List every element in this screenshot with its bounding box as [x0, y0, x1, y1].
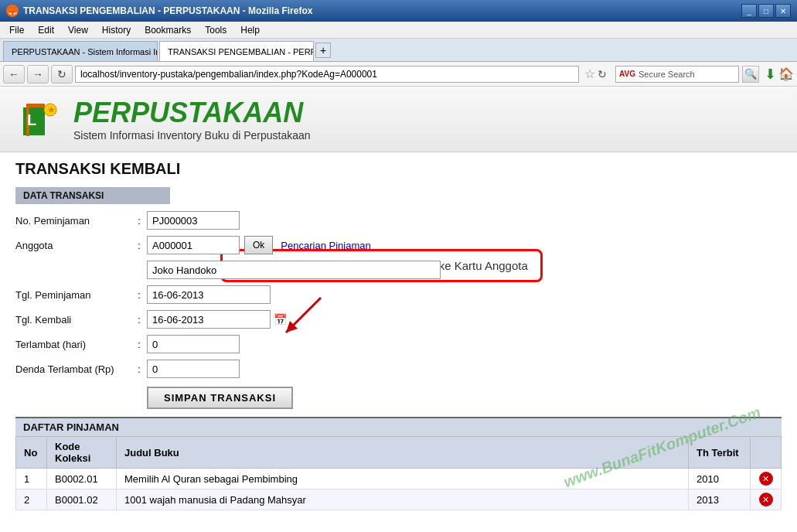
firefox-icon: 🦊: [6, 5, 19, 17]
label-no-peminjaman: No. Peminjaman: [15, 215, 131, 227]
menu-bookmarks[interactable]: Bookmarks: [138, 23, 197, 37]
label-denda: Denda Terlambat (Rp): [15, 363, 131, 375]
svg-text:★: ★: [47, 104, 56, 115]
form-row-denda: Denda Terlambat (Rp) :: [15, 359, 782, 379]
pencarian-pinjaman-link[interactable]: Pencarian Pinjaman: [281, 240, 370, 251]
delete-button[interactable]: ✕: [759, 493, 773, 506]
close-button[interactable]: ✕: [775, 4, 791, 18]
avg-logo: AVG: [619, 70, 635, 78]
input-no-peminjaman[interactable]: [147, 211, 240, 230]
col-header-no: No: [16, 437, 47, 469]
tab-bar: PERPUSTAKAAN - Sistem Informasi Inv... ✕…: [0, 39, 797, 62]
input-anggota[interactable]: [147, 236, 240, 254]
page-header: L ★ PERPUSTAKAAN Sistem Informasi Invent…: [0, 87, 797, 152]
section-header: DATA TRANSAKSI: [15, 187, 170, 204]
window-title: TRANSAKSI PENGEMBALIAN - PERPUSTAKAAN - …: [23, 5, 312, 16]
cell-kode: B0002.01: [47, 469, 117, 489]
label-tgl-kembali: Tgl. Kembali: [15, 314, 131, 326]
window-controls[interactable]: _ □ ✕: [741, 4, 791, 18]
cell-th: 2010: [689, 469, 751, 489]
refresh-icon[interactable]: ↻: [598, 68, 607, 80]
label-tgl-peminjaman: Tgl. Peminjaman: [15, 289, 131, 301]
menu-tools[interactable]: Tools: [199, 23, 233, 37]
col-header-judul: Judul Buku: [117, 437, 689, 469]
browser-content: L ★ PERPUSTAKAAN Sistem Informasi Invent…: [0, 87, 797, 532]
back-button[interactable]: ←: [3, 65, 25, 84]
menu-bar: File Edit View History Bookmarks Tools H…: [0, 22, 797, 39]
svg-marker-2: [26, 104, 45, 107]
delete-button[interactable]: ✕: [759, 472, 773, 486]
svg-text:L: L: [27, 111, 36, 128]
menu-history[interactable]: History: [96, 23, 137, 37]
avg-search-box[interactable]: AVG Secure Search: [615, 66, 739, 83]
tab-1-label: PERPUSTAKAAN - Sistem Informasi Inv...: [12, 47, 158, 56]
col-header-action: [751, 437, 782, 469]
library-logo: L ★: [15, 96, 62, 142]
address-bar[interactable]: [75, 66, 579, 83]
form-row-name: [15, 260, 782, 280]
save-button[interactable]: SIMPAN TRANSAKSI: [147, 387, 293, 409]
label-anggota: Anggota: [15, 240, 131, 251]
cell-no: 2: [16, 489, 47, 510]
form-row-no-peminjaman: No. Peminjaman :: [15, 210, 782, 230]
search-go-button[interactable]: 🔍: [742, 66, 759, 83]
menu-view[interactable]: View: [62, 23, 94, 37]
title-bar: 🦊 TRANSAKSI PENGEMBALIAN - PERPUSTAKAAN …: [0, 0, 797, 22]
ok-button[interactable]: Ok: [244, 236, 273, 254]
menu-edit[interactable]: Edit: [32, 23, 60, 37]
refresh-button[interactable]: ↻: [51, 65, 73, 84]
input-terlambat[interactable]: [147, 335, 240, 353]
maximize-button[interactable]: □: [758, 4, 774, 18]
input-name[interactable]: [147, 261, 441, 279]
search-label: Secure Search: [639, 70, 695, 79]
download-icon[interactable]: ⬇: [765, 66, 776, 83]
tab-1[interactable]: PERPUSTAKAAN - Sistem Informasi Inv... ✕: [3, 41, 158, 61]
menu-help[interactable]: Help: [234, 23, 266, 37]
bookmark-star-icon[interactable]: ☆: [584, 66, 595, 81]
page-heading: TRANSAKSI KEMBALI: [15, 160, 782, 178]
page-body: TRANSAKSI KEMBALI DATA TRANSAKSI No. Pem…: [0, 152, 797, 518]
loans-table: No Kode Koleksi Judul Buku Th Terbit 1 B…: [15, 436, 782, 510]
forward-button[interactable]: →: [27, 65, 49, 84]
home-icon[interactable]: 🏠: [778, 66, 794, 81]
save-btn-row: SIMPAN TRANSAKSI: [147, 387, 782, 409]
form-row-tgl-peminjaman: Tgl. Peminjaman :: [15, 285, 782, 305]
new-tab-button[interactable]: +: [315, 43, 331, 58]
table-section: DAFTAR PINJAMAN No Kode Koleksi Judul Bu…: [15, 417, 782, 510]
col-header-th: Th Terbit: [689, 437, 751, 469]
menu-file[interactable]: File: [3, 23, 30, 37]
cell-no: 1: [16, 469, 47, 489]
cell-kode: B0001.02: [47, 489, 117, 510]
table-row: 1 B0002.01 Memilih Al Quran sebagai Pemb…: [16, 469, 782, 489]
table-row: 2 B0001.02 1001 wajah manusia di Padang …: [16, 489, 782, 510]
cell-judul: 1001 wajah manusia di Padang Mahsyar: [117, 489, 689, 510]
page-wrapper: L ★ PERPUSTAKAAN Sistem Informasi Invent…: [0, 87, 797, 518]
minimize-button[interactable]: _: [741, 4, 757, 18]
label-terlambat: Terlambat (hari): [15, 339, 131, 350]
table-section-header: DAFTAR PINJAMAN: [15, 417, 782, 436]
tab-2-label: TRANSAKSI PENGEMBALIAN - PERPUSTA...: [168, 47, 314, 56]
cell-action: ✕: [751, 469, 782, 489]
cell-judul: Memilih Al Quran sebagai Pembimbing: [117, 469, 689, 489]
input-tgl-peminjaman[interactable]: [147, 285, 271, 304]
cell-action: ✕: [751, 489, 782, 510]
form-section: DATA TRANSAKSI No. Peminjaman : Anggota …: [15, 187, 782, 409]
form-row-anggota: Anggota : Ok Pencarian Pinjaman: [15, 235, 782, 255]
form-row-tgl-kembali: Tgl. Kembali : 📅: [15, 309, 782, 329]
calendar-icon[interactable]: 📅: [274, 313, 287, 326]
input-denda[interactable]: [147, 360, 240, 378]
input-tgl-kembali[interactable]: [147, 310, 271, 329]
tab-2[interactable]: TRANSAKSI PENGEMBALIAN - PERPUSTA... ✕: [159, 41, 314, 61]
site-title: PERPUSTAKAAN: [73, 97, 311, 129]
form-row-terlambat: Terlambat (hari) :: [15, 334, 782, 354]
col-header-kode: Kode Koleksi: [47, 437, 117, 469]
site-subtitle: Sistem Informasi Inventory Buku di Perpu…: [73, 129, 311, 142]
cell-th: 2013: [689, 489, 751, 510]
search-area: AVG Secure Search 🔍: [612, 66, 762, 83]
nav-bar: ← → ↻ ☆ ↻ AVG Secure Search 🔍 ⬇ 🏠: [0, 62, 797, 87]
